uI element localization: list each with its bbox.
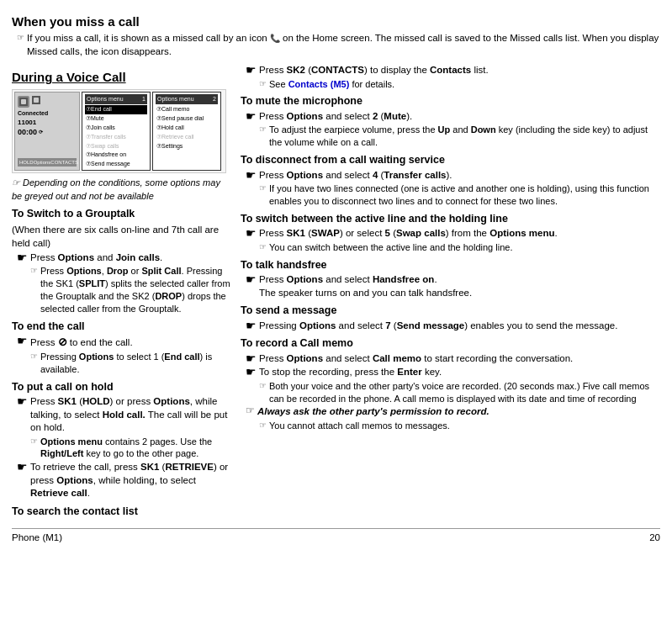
disconnect-title: To disconnect from a call waiting servic… bbox=[241, 153, 660, 168]
record-memo-bullet-text1: Press Options and select Call memo to st… bbox=[259, 352, 573, 366]
mute-sub-text: To adjust the earpiece volume, press the… bbox=[269, 124, 660, 149]
right-column: ☛ Press SK2 (CONTACTS) to display the Co… bbox=[241, 63, 660, 520]
record-memo-sub-text2: You cannot attach call memos to messages… bbox=[269, 420, 450, 432]
record-memo-sub2: ☞ You cannot attach call memos to messag… bbox=[259, 420, 660, 432]
record-memo-bullet2: ☛ To stop the recording, press the Enter… bbox=[246, 366, 660, 379]
disconnect-sub-text: If you have two lines connected (one is … bbox=[269, 182, 660, 208]
record-memo-sub-icon2: ☞ bbox=[259, 420, 267, 431]
record-memo-bullet-icon1: ☛ bbox=[246, 352, 257, 365]
menu1-item-handsfree: ⑦Handsfree on bbox=[85, 151, 147, 160]
switch-line-sub-icon: ☞ bbox=[259, 241, 267, 253]
hold-bullet-icon2: ☛ bbox=[17, 461, 28, 473]
switch-line-title: To switch between the active line and th… bbox=[241, 212, 660, 227]
record-memo-note: ☞ Always ask the other party's permissio… bbox=[246, 405, 660, 419]
search-contact-bullet1: ☛ Press SK2 (CONTACTS) to display the Co… bbox=[246, 64, 660, 77]
missed-call-title: When you miss a call bbox=[12, 13, 660, 30]
hold-section: To put a call on hold ☛ Press SK1 (HOLD)… bbox=[12, 380, 230, 500]
disconnect-sub-icon: ☞ bbox=[259, 182, 267, 194]
svg-rect-1 bbox=[21, 99, 26, 104]
grouptalk-bullet-text: Press Options and Join calls. bbox=[30, 251, 162, 265]
phone-bottom-bar: HOLD Options CONTACTS bbox=[18, 158, 77, 167]
footer-left: Phone (M1) bbox=[12, 531, 62, 544]
switch-line-bullet1: ☛ Press SK1 (SWAP) or select 5 (Swap cal… bbox=[246, 227, 660, 241]
grouptalk-title: To Switch to a Grouptalk bbox=[12, 207, 230, 222]
mute-section: To mute the microphone ☛ Press Options a… bbox=[241, 94, 660, 149]
mute-title: To mute the microphone bbox=[241, 94, 660, 109]
search-contact-text: Press SK2 (CONTACTS) to display the Cont… bbox=[259, 64, 489, 77]
grouptalk-section: To Switch to a Grouptalk (When there are… bbox=[12, 207, 230, 315]
disconnect-section: To disconnect from a call waiting servic… bbox=[241, 153, 660, 208]
menu1-item-send-message: ⑦Send message bbox=[85, 160, 147, 169]
record-memo-bullet-icon2: ☛ bbox=[246, 366, 257, 378]
search-contact-sub-text: See Contacts (M5) for details. bbox=[269, 78, 394, 91]
end-call-bullet-icon: ☛ bbox=[17, 335, 28, 347]
menu2-item-hold-call: ⑦Hold call bbox=[156, 123, 218, 132]
record-memo-bullet1: ☛ Press Options and select Call memo to … bbox=[246, 352, 660, 366]
grouptalk-bullet-icon: ☛ bbox=[17, 251, 28, 264]
switch-line-section: To switch between the active line and th… bbox=[241, 212, 660, 254]
menu1-item-mute: ⑦Mute bbox=[85, 114, 147, 124]
search-contact-right: ☛ Press SK2 (CONTACTS) to display the Co… bbox=[241, 64, 660, 90]
hold-bullet-icon1: ☛ bbox=[17, 395, 28, 408]
search-contact-title: To search the contact list bbox=[12, 505, 230, 520]
end-call-title: To end the call bbox=[12, 320, 230, 335]
handsfree-bullet-text: Press Options and select Handsfree on.Th… bbox=[259, 273, 472, 299]
menu1-item-transfer-calls: ⑦Transfer calls bbox=[85, 132, 147, 141]
hold-bullet-text2: To retrieve the call, press SK1 (RETRIEV… bbox=[30, 461, 230, 500]
phone-screenshot: Connected 11001 00:00 ⟳ HOLD Options CON… bbox=[12, 89, 226, 173]
menu1-item-join-calls: ⑦Join calls bbox=[85, 123, 147, 132]
phone-icon bbox=[18, 96, 29, 108]
end-call-text: Press ⊘ to end the call. bbox=[30, 335, 133, 350]
menu2-item-send-pause-dial: ⑦Send pause dial bbox=[156, 114, 218, 124]
handsfree-title: To talk handsfree bbox=[241, 258, 660, 273]
hold-sub-text1: Options menu contains 2 pages. Use the R… bbox=[40, 436, 230, 461]
grouptalk-sub-text: Press Options, Drop or Split Call. Press… bbox=[40, 265, 230, 315]
left-column: During a Voice Call Connected 11001 bbox=[12, 63, 230, 520]
phone-screen: Connected 11001 00:00 ⟳ HOLD Options CON… bbox=[14, 92, 80, 171]
end-call-sub-text: Pressing Options to select 1 (End call) … bbox=[40, 351, 230, 376]
missed-call-section: When you miss a call ☞ If you miss a cal… bbox=[12, 13, 660, 58]
switch-line-bullet-icon: ☛ bbox=[246, 227, 257, 240]
mute-bullet1: ☛ Press Options and select 2 (Mute). bbox=[246, 110, 660, 124]
end-call-bullet1: ☛ Press ⊘ to end the call. bbox=[17, 335, 230, 350]
send-message-section: To send a message ☛ Pressing Options and… bbox=[241, 304, 660, 332]
options-menu-1: Options menu 1 ⑦End call ⑦Mute ⑦Join cal… bbox=[82, 92, 151, 171]
menu1-title: Options menu 1 bbox=[85, 94, 147, 104]
during-voice-call-section: During a Voice Call Connected 11001 bbox=[12, 63, 660, 520]
menu1-item-end-call: ⑦End call bbox=[85, 105, 147, 114]
grouptalk-subtitle: (When there are six calls on-line and 7t… bbox=[12, 223, 230, 250]
phone-icon2 bbox=[32, 96, 40, 108]
handsfree-section: To talk handsfree ☛ Press Options and se… bbox=[241, 258, 660, 300]
mute-bullet-icon: ☛ bbox=[246, 110, 257, 123]
missed-call-text: If you miss a call, it is shown as a mis… bbox=[27, 32, 660, 58]
end-call-sub-icon: ☞ bbox=[30, 351, 38, 362]
options-menu-2: Options menu 2 ⑦Call memo ⑦Send pause di… bbox=[152, 92, 221, 171]
send-message-bullet-text: Pressing Options and select 7 (Send mess… bbox=[259, 320, 617, 333]
page-content: When you miss a call ☞ If you miss a cal… bbox=[12, 8, 660, 544]
record-memo-sub1: ☞ Both your voice and the other party's … bbox=[259, 380, 660, 405]
mute-sub-icon: ☞ bbox=[259, 124, 267, 135]
grouptalk-sub-icon: ☞ bbox=[30, 265, 38, 277]
svg-rect-3 bbox=[34, 98, 39, 103]
record-memo-sub-text1: Both your voice and the other party's vo… bbox=[269, 380, 660, 405]
menu2-title: Options menu 2 bbox=[156, 94, 218, 104]
grouptalk-sub1: ☞ Press Options, Drop or Split Call. Pre… bbox=[30, 265, 230, 315]
end-call-section: To end the call ☛ Press ⊘ to end the cal… bbox=[12, 320, 230, 376]
missed-call-icon: ☞ bbox=[17, 32, 24, 44]
record-memo-note-icon: ☞ bbox=[246, 405, 255, 416]
handsfree-bullet1: ☛ Press Options and select Handsfree on.… bbox=[246, 273, 660, 299]
footer-right: 20 bbox=[649, 531, 660, 544]
record-memo-section: To record a Call memo ☛ Press Options an… bbox=[241, 336, 660, 432]
disconnect-bullet1: ☛ Press Options and select 4 (Transfer c… bbox=[246, 169, 660, 182]
search-contact-sub-icon: ☞ bbox=[259, 78, 267, 90]
phone-number: 11001 bbox=[18, 118, 77, 127]
connected-label: Connected bbox=[18, 109, 77, 118]
menu2-item-settings: ⑦Settings bbox=[156, 141, 218, 151]
disconnect-bullet-text: Press Options and select 4 (Transfer cal… bbox=[259, 169, 452, 182]
send-message-bullet1: ☛ Pressing Options and select 7 (Send me… bbox=[246, 320, 660, 333]
during-voice-call-title: During a Voice Call bbox=[12, 68, 230, 86]
record-memo-note-text: Always ask the other party's permission … bbox=[257, 405, 489, 419]
search-contact-section: To search the contact list bbox=[12, 505, 230, 520]
page-footer: Phone (M1) 20 bbox=[12, 528, 660, 544]
menu2-item-retrieve-call: ⑦Retrieve call bbox=[156, 132, 218, 141]
